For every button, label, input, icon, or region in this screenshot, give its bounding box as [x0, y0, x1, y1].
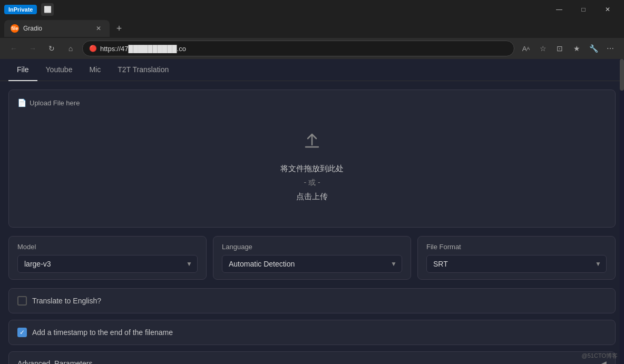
language-select-wrapper: Automatic DetectionEnglishChineseJapanes…	[222, 255, 402, 273]
close-button[interactable]: ✕	[596, 0, 620, 19]
forward-button[interactable]: →	[25, 41, 40, 56]
address-bar: ← → ↻ ⌂ 🔴 https://47██████████.co AA ☆ ⊡…	[0, 38, 624, 59]
favorites-star[interactable]: ☆	[535, 41, 550, 56]
translate-checkbox[interactable]	[17, 296, 27, 306]
upload-zone[interactable]: 📄 Upload File here 将文件拖放到此处 - 或 - 点击上传	[8, 90, 616, 228]
main-area: 📄 Upload File here 将文件拖放到此处 - 或 - 点击上传	[0, 81, 624, 364]
lock-icon: 🔴	[89, 45, 97, 52]
click-text: 点击上传	[296, 192, 328, 202]
browser-tab-gradio[interactable]: file Gradio ✕	[4, 20, 110, 37]
drop-text: 将文件拖放到此处	[280, 164, 344, 174]
model-select[interactable]: tinybasesmallmediumlargelarge-v2large-v3	[17, 255, 198, 273]
tab-strip-icon[interactable]: ⬜	[41, 3, 54, 16]
app-tabs: File Youtube Mic T2T Translation	[0, 59, 624, 81]
home-button[interactable]: ⌂	[63, 41, 78, 56]
minimize-button[interactable]: —	[547, 0, 571, 19]
split-view-button[interactable]: ⊡	[552, 41, 567, 56]
file-icon: 📄	[17, 99, 26, 107]
model-control: Model tinybasesmallmediumlargelarge-v2la…	[8, 236, 207, 280]
translate-checkbox-row[interactable]: Translate to English?	[8, 288, 616, 313]
timestamp-checkbox-label: Add a timestamp to the end of the filena…	[32, 328, 173, 337]
file-format-control: File Format SRTVTTTXTTSVJSON ▼	[417, 236, 616, 280]
advanced-params-label: Advanced_Parameters	[17, 359, 92, 364]
controls-row: Model tinybasesmallmediumlargelarge-v2la…	[8, 236, 616, 280]
refresh-button[interactable]: ↻	[44, 41, 59, 56]
file-format-select-wrapper: SRTVTTTXTTSVJSON ▼	[426, 255, 607, 273]
file-format-label: File Format	[426, 243, 607, 251]
upload-arrow-icon	[301, 130, 323, 155]
tab-mic[interactable]: Mic	[81, 59, 109, 81]
page-content: File Youtube Mic T2T Translation 📄 Uploa…	[0, 59, 624, 364]
upload-label: 📄 Upload File here	[17, 99, 607, 107]
tab-favicon: file	[11, 24, 19, 33]
address-input[interactable]: 🔴 https://47██████████.co	[82, 41, 514, 56]
tab-t2t[interactable]: T2T Translation	[109, 59, 177, 81]
timestamp-checkbox-row[interactable]: Add a timestamp to the end of the filena…	[8, 320, 616, 345]
model-select-wrapper: tinybasesmallmediumlargelarge-v2large-v3…	[17, 255, 198, 273]
or-text: - 或 -	[304, 178, 320, 188]
window-controls: — □ ✕	[547, 0, 620, 19]
extensions-button[interactable]: 🔧	[586, 41, 601, 56]
file-format-select[interactable]: SRTVTTTXTTSVJSON	[426, 255, 607, 273]
back-button[interactable]: ←	[6, 41, 21, 56]
timestamp-checkbox[interactable]	[17, 328, 27, 337]
tab-title: Gradio	[23, 25, 90, 32]
tab-close-button[interactable]: ✕	[94, 24, 103, 33]
model-label: Model	[17, 243, 198, 251]
maximize-button[interactable]: □	[571, 0, 596, 19]
tab-file[interactable]: File	[8, 59, 37, 81]
translate-checkbox-label: Translate to English?	[32, 297, 101, 305]
advanced-params-row[interactable]: Advanced_Parameters ◀	[8, 351, 616, 364]
title-bar-left: InPrivate ⬜	[4, 3, 54, 16]
browser-tab-bar: file Gradio ✕ +	[0, 19, 624, 38]
advanced-params-arrow-icon: ◀	[601, 359, 607, 364]
scrollbar-track[interactable]	[620, 59, 624, 364]
language-label: Language	[222, 243, 402, 251]
favorites-button[interactable]: ★	[569, 41, 584, 56]
address-actions: AA ☆ ⊡ ★ 🔧 ⋯	[519, 41, 618, 56]
upload-dropzone[interactable]: 将文件拖放到此处 - 或 - 点击上传	[17, 113, 607, 219]
inprivate-badge[interactable]: InPrivate	[4, 5, 37, 14]
watermark: @51CTO博客	[582, 352, 618, 360]
language-control: Language Automatic DetectionEnglishChine…	[213, 236, 411, 280]
address-text: https://47██████████.co	[100, 45, 508, 53]
language-select[interactable]: Automatic DetectionEnglishChineseJapanes…	[222, 255, 402, 273]
more-button[interactable]: ⋯	[603, 41, 618, 56]
tab-youtube[interactable]: Youtube	[37, 59, 81, 81]
new-tab-button[interactable]: +	[112, 21, 126, 36]
title-bar: InPrivate ⬜ — □ ✕	[0, 0, 624, 19]
scrollbar-thumb[interactable]	[620, 59, 624, 91]
font-size-button[interactable]: AA	[519, 41, 533, 56]
